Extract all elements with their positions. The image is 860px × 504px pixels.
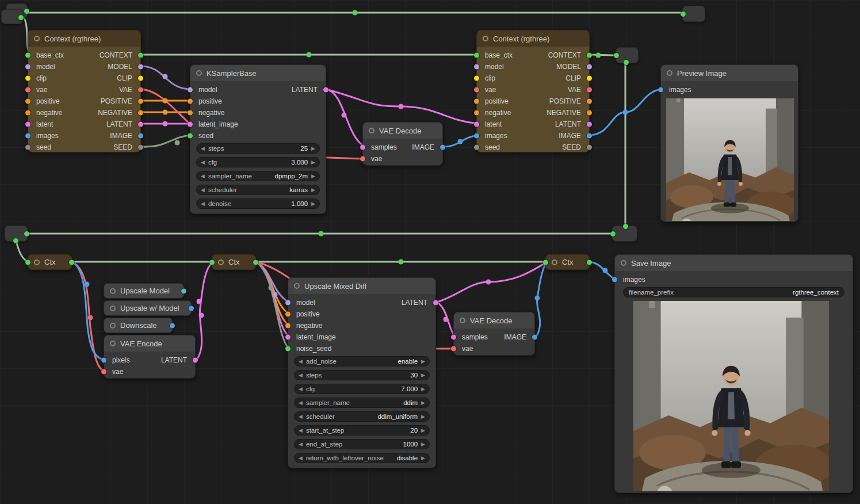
collapse-dot-icon[interactable]	[621, 260, 626, 266]
collapse-dot-icon[interactable]	[483, 36, 488, 41]
output-port[interactable]	[587, 259, 592, 265]
input-port-latent[interactable]	[474, 122, 479, 127]
input-port-clip[interactable]	[474, 76, 479, 81]
widget-denoise[interactable]: ◀denoise1.000▶	[196, 198, 320, 209]
node-vae-decode-2[interactable]: VAE Decode samplesIMAGE vae	[453, 312, 535, 356]
node-header[interactable]: KSamplerBase	[190, 65, 326, 81]
decrement-arrow-icon[interactable]: ◀	[299, 441, 303, 447]
input-port-model[interactable]	[285, 300, 291, 306]
reroute-output-port[interactable]	[24, 231, 29, 236]
collapse-dot-icon[interactable]	[110, 306, 116, 311]
input-port-model[interactable]	[25, 64, 30, 70]
input-port-vae[interactable]	[101, 369, 106, 375]
input-port-negative[interactable]	[188, 110, 193, 116]
input-port-seed[interactable]	[25, 145, 30, 150]
output-port-latent[interactable]	[323, 87, 328, 93]
output-port-positive[interactable]	[138, 99, 143, 104]
input-port-vae[interactable]	[25, 87, 30, 93]
widget-cfg[interactable]: ◀cfg3.000▶	[196, 157, 320, 167]
widget-end-at-step[interactable]: ◀end_at_step1000▶	[294, 439, 430, 449]
node-header[interactable]: VAE Encode	[104, 335, 195, 352]
input-port-latent[interactable]	[25, 122, 30, 127]
node-header[interactable]: Upscale Mixed Diff	[288, 278, 435, 294]
reroute-input-port[interactable]	[681, 12, 686, 17]
output-port-negative[interactable]	[587, 110, 592, 116]
node-save-image[interactable]: Save Image images filename_prefixrgthree…	[614, 254, 853, 493]
decrement-arrow-icon[interactable]: ◀	[299, 427, 303, 433]
decrement-arrow-icon[interactable]: ◀	[299, 358, 303, 364]
decrement-arrow-icon[interactable]: ◀	[201, 146, 205, 151]
output-port[interactable]	[69, 259, 74, 265]
reroute-output-port[interactable]	[13, 238, 18, 243]
input-port-positive[interactable]	[25, 99, 30, 104]
increment-arrow-icon[interactable]: ▶	[421, 400, 425, 406]
increment-arrow-icon[interactable]: ▶	[311, 159, 315, 165]
reroute-node-top-left-b[interactable]	[1, 9, 23, 24]
input-port-latent_image[interactable]	[188, 122, 193, 127]
collapse-dot-icon[interactable]	[218, 259, 224, 265]
node-preview-image[interactable]: Preview Image images	[660, 64, 798, 222]
reroute-node-context-out[interactable]	[616, 47, 639, 63]
output-port[interactable]	[253, 259, 258, 265]
increment-arrow-icon[interactable]: ▶	[421, 441, 425, 447]
widget-steps[interactable]: ◀steps25▶	[196, 143, 320, 154]
collapse-dot-icon[interactable]	[110, 288, 116, 294]
node-context-rgthree-2[interactable]: Context (rgthree) base_ctxCONTEXT modelM…	[476, 30, 590, 152]
input-port-samples[interactable]	[451, 335, 456, 340]
collapse-dot-icon[interactable]	[34, 259, 40, 265]
node-upscale-model[interactable]: Upscale Model	[104, 283, 184, 299]
decrement-arrow-icon[interactable]: ◀	[201, 173, 205, 179]
node-downscale[interactable]: Downscale	[104, 318, 173, 333]
output-port-image[interactable]	[170, 323, 175, 328]
node-context-rgthree-1[interactable]: Context (rgthree) base_ctxCONTEXT modelM…	[28, 30, 141, 152]
input-port-pixels[interactable]	[101, 358, 106, 363]
reroute-output-port[interactable]	[18, 15, 24, 20]
output-port-context[interactable]	[138, 53, 143, 58]
output-port-image[interactable]	[440, 145, 445, 150]
input-port-model[interactable]	[474, 64, 479, 70]
increment-arrow-icon[interactable]: ▶	[311, 146, 315, 151]
widget-filename-prefix[interactable]: filename_prefixrgthree_context	[623, 287, 844, 297]
input-port-positive[interactable]	[474, 99, 479, 104]
collapse-dot-icon[interactable]	[460, 318, 465, 323]
node-ctx-collapsed-1[interactable]: Ctx	[28, 254, 72, 270]
node-upscale-mixed-diff[interactable]: Upscale Mixed Diff modelLATENT positive …	[288, 277, 436, 468]
output-port-image[interactable]	[138, 133, 143, 139]
input-port-samples[interactable]	[360, 145, 365, 150]
widget-steps[interactable]: ◀steps30▶	[294, 370, 430, 380]
input-port-seed[interactable]	[474, 145, 479, 150]
output-port-clip[interactable]	[587, 76, 592, 81]
increment-arrow-icon[interactable]: ▶	[421, 372, 425, 378]
node-ctx-collapsed-2[interactable]: Ctx	[212, 254, 256, 270]
graph-canvas[interactable]: { "app": {"title": "ComfyUI workflow gra…	[0, 0, 860, 504]
node-ctx-collapsed-3[interactable]: Ctx	[545, 254, 590, 270]
input-port[interactable]	[543, 259, 548, 265]
input-port-vae[interactable]	[360, 156, 365, 162]
reroute-node-bottom-right[interactable]	[612, 226, 637, 242]
output-port-context[interactable]	[587, 53, 592, 58]
node-upscale-with-model[interactable]: Upscale w/ Model	[104, 300, 192, 316]
increment-arrow-icon[interactable]: ▶	[311, 187, 315, 193]
reroute-node-bottom-left[interactable]	[5, 226, 28, 242]
decrement-arrow-icon[interactable]: ◀	[299, 455, 303, 461]
input-port-vae[interactable]	[474, 87, 479, 93]
node-header[interactable]: Context (rgthree)	[477, 30, 589, 47]
increment-arrow-icon[interactable]: ▶	[421, 358, 425, 364]
output-port-model[interactable]	[587, 64, 592, 70]
output-port-seed[interactable]	[138, 145, 143, 150]
collapse-dot-icon[interactable]	[552, 259, 557, 265]
widget-scheduler[interactable]: ◀schedulerddim_uniform▶	[294, 411, 430, 422]
reroute-input-port[interactable]	[614, 53, 619, 58]
decrement-arrow-icon[interactable]: ◀	[299, 400, 303, 406]
input-port-negative[interactable]	[474, 110, 479, 116]
output-port-vae[interactable]	[587, 87, 592, 93]
increment-arrow-icon[interactable]: ▶	[421, 386, 425, 392]
output-port-model[interactable]	[138, 64, 143, 70]
node-vae-encode[interactable]: VAE Encode pixelsLATENT vae	[104, 335, 196, 379]
increment-arrow-icon[interactable]: ▶	[311, 201, 315, 207]
output-port-upscale-model[interactable]	[181, 288, 186, 293]
output-port-latent[interactable]	[193, 358, 198, 363]
output-port-image[interactable]	[189, 306, 194, 311]
increment-arrow-icon[interactable]: ▶	[421, 414, 425, 419]
input-port-seed[interactable]	[188, 133, 193, 139]
